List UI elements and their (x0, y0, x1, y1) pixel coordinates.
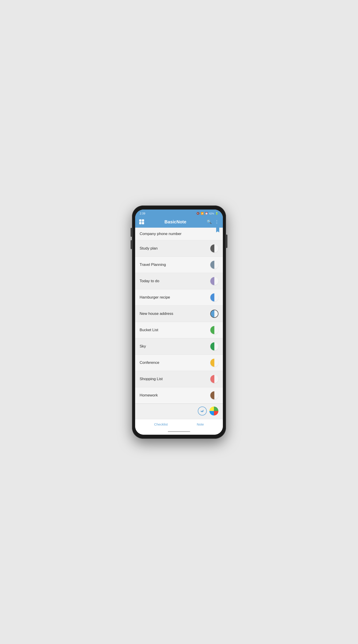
color-half-right (214, 342, 218, 350)
color-half-right (214, 244, 218, 252)
volume-down-button (131, 240, 132, 249)
notes-list: Company phone number Study plan Travel P… (135, 228, 223, 404)
mute-icon: 🔇 (196, 212, 200, 215)
more-options-button[interactable]: ⋮ (215, 219, 219, 224)
color-half (210, 294, 214, 302)
status-time: 2:39 (140, 212, 145, 215)
note-title: Conference (140, 360, 159, 365)
note-color-icon (210, 244, 218, 252)
phone-screen: 2:39 🔇 📶 ⏰ 62% 🔋 BasicNote 🔍 ⋮ (135, 210, 223, 435)
grid-cell-3 (139, 222, 141, 224)
check-double-icon (200, 409, 204, 413)
list-item[interactable]: Study plan (135, 240, 223, 257)
note-title: Travel Planning (140, 262, 166, 267)
top-bar-actions: 🔍 ⋮ (207, 219, 219, 224)
list-item[interactable]: Company phone number (135, 228, 223, 240)
app-title: BasicNote (164, 219, 186, 224)
note-title: Homework (140, 393, 158, 398)
color-half (210, 244, 214, 252)
note-color-icon (210, 359, 218, 367)
note-color-icon (210, 261, 218, 269)
list-item[interactable]: Today to do (135, 273, 223, 289)
battery-icon: 🔋 (215, 212, 218, 215)
color-half (210, 326, 214, 334)
note-title: Shopping List (140, 377, 163, 381)
color-half-right (214, 277, 218, 285)
list-item[interactable]: Bucket List (135, 322, 223, 338)
checklist-action-button[interactable] (198, 406, 207, 416)
color-half (210, 261, 214, 269)
note-title: Company phone number (140, 232, 181, 236)
bottom-nav: Checklist Note (135, 419, 223, 429)
grid-cell-1 (139, 219, 141, 222)
list-item[interactable]: New house address (135, 306, 223, 322)
top-bar: BasicNote 🔍 ⋮ (135, 217, 223, 228)
color-half (211, 310, 214, 317)
list-item[interactable]: Conference (135, 355, 223, 371)
phone-device: 2:39 🔇 📶 ⏰ 62% 🔋 BasicNote 🔍 ⋮ (132, 206, 226, 439)
note-color-icon (210, 310, 218, 318)
home-bar-indicator (168, 431, 190, 432)
color-palette-button[interactable] (209, 406, 218, 416)
note-color-icon (210, 294, 218, 302)
color-half (210, 375, 214, 383)
color-half-right (214, 294, 218, 302)
note-nav-button[interactable]: Note (197, 422, 204, 426)
note-title: New house address (140, 312, 173, 316)
color-half-right (214, 359, 218, 367)
volume-up-button (131, 228, 132, 237)
status-bar: 2:39 🔇 📶 ⏰ 62% 🔋 (135, 210, 223, 217)
note-color-icon (210, 391, 218, 399)
color-half (210, 277, 214, 285)
grid-cell-4 (142, 222, 144, 224)
list-item[interactable]: Travel Planning (135, 257, 223, 273)
home-bar (135, 429, 223, 435)
color-half-right (214, 261, 218, 269)
note-color-icon (210, 326, 218, 334)
status-icons: 🔇 📶 ⏰ 62% 🔋 (196, 212, 218, 215)
list-item[interactable]: Shopping List (135, 371, 223, 387)
color-half-right (214, 391, 218, 399)
search-button[interactable]: 🔍 (207, 219, 212, 224)
list-item[interactable]: Sky (135, 338, 223, 355)
list-item[interactable]: Homework (135, 387, 223, 404)
power-button (226, 234, 227, 248)
note-title: Study plan (140, 246, 158, 251)
color-half (210, 359, 214, 367)
note-color-icon (210, 375, 218, 383)
color-half-right (214, 375, 218, 383)
alarm-icon: ⏰ (205, 212, 208, 215)
color-half-right (214, 310, 218, 317)
list-item[interactable]: Hamburger recipe (135, 289, 223, 306)
note-title: Today to do (140, 279, 159, 283)
bottom-action-bar (135, 404, 223, 419)
note-title: Hamburger recipe (140, 295, 170, 300)
grid-view-icon[interactable] (139, 219, 144, 224)
color-half (210, 342, 214, 350)
note-title: Sky (140, 344, 146, 348)
note-color-icon (210, 342, 218, 350)
grid-cell-2 (142, 219, 144, 222)
checklist-nav-button[interactable]: Checklist (154, 422, 168, 426)
color-half-right (214, 326, 218, 334)
wifi-icon: 📶 (201, 212, 204, 215)
battery-text: 62% (209, 212, 214, 215)
note-title: Bucket List (140, 328, 158, 332)
bookmark-icon (216, 228, 219, 232)
color-half (210, 391, 214, 399)
note-color-icon (210, 277, 218, 285)
